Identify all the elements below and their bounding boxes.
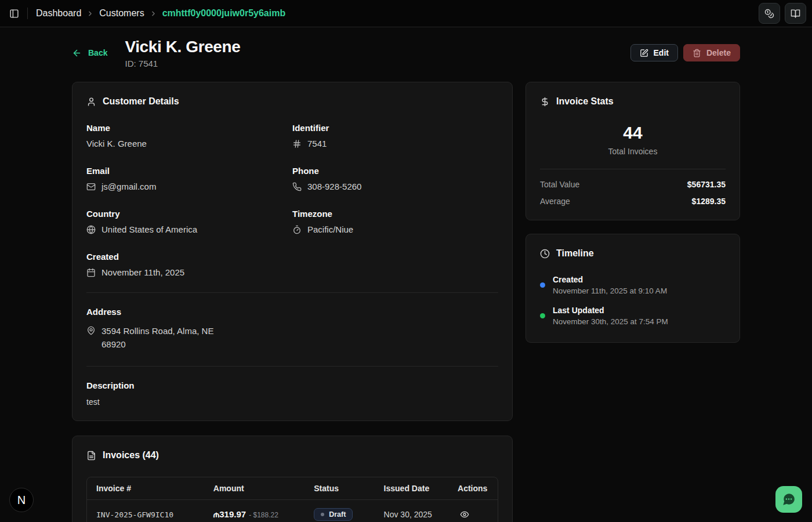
field-label: Country bbox=[86, 209, 292, 219]
timeline-title: Timeline bbox=[556, 248, 594, 259]
sidebar-toggle-button[interactable] bbox=[6, 5, 23, 22]
field-value: Vicki K. Greene bbox=[86, 139, 292, 148]
column-actions: Actions bbox=[448, 477, 498, 500]
country-value: United States of America bbox=[102, 224, 197, 234]
invoice-amount-converted: - $188.22 bbox=[249, 511, 278, 519]
field-phone: Phone 308-928-5260 bbox=[292, 166, 498, 191]
docs-button[interactable] bbox=[785, 3, 806, 24]
header-actions: Edit Delete bbox=[630, 44, 740, 61]
field-label: Created bbox=[86, 252, 292, 262]
stat-row-total-value: Total Value $56731.35 bbox=[540, 180, 726, 189]
address-value: 3594 Rollins Road, Alma, NE 68920 bbox=[102, 325, 217, 351]
customer-details-card: Customer Details Name Vicki K. Greene Id… bbox=[72, 82, 513, 421]
invoices-table: Invoice # Amount Status Issued Date Acti… bbox=[86, 477, 498, 522]
total-invoices-caption: Total Invoices bbox=[540, 147, 726, 156]
calendar-icon bbox=[86, 268, 96, 277]
column-invoice-number: Invoice # bbox=[87, 477, 204, 500]
field-label: Identifier bbox=[292, 123, 498, 133]
edit-pencil-icon bbox=[640, 49, 648, 57]
field-name: Name Vicki K. Greene bbox=[86, 123, 292, 148]
invoice-stats-card: Invoice Stats 44 Total Invoices Total Va… bbox=[525, 82, 740, 220]
average-amount: $1289.35 bbox=[692, 197, 726, 206]
invoice-date: Nov 30, 2025 bbox=[384, 510, 432, 519]
invoices-header: Invoices (44) bbox=[86, 450, 498, 461]
customer-fields: Name Vicki K. Greene Identifier 7541 bbox=[86, 123, 498, 277]
invoice-row: INV-2025-GFW9IC10 ₼319.97- $188.22 Draft… bbox=[87, 500, 498, 522]
customer-details-title: Customer Details bbox=[103, 96, 179, 107]
field-country: Country United States of America bbox=[86, 209, 292, 234]
edit-label: Edit bbox=[654, 48, 669, 57]
phone-value: 308-928-5260 bbox=[307, 182, 361, 191]
breadcrumb-dashboard[interactable]: Dashboard bbox=[36, 8, 81, 19]
invoice-stats-title: Invoice Stats bbox=[556, 96, 614, 107]
right-column: Invoice Stats 44 Total Invoices Total Va… bbox=[525, 82, 740, 343]
description-value: test bbox=[86, 397, 498, 407]
timeline-event-label: Last Updated bbox=[553, 306, 668, 315]
status-dot bbox=[321, 513, 324, 516]
field-label: Email bbox=[86, 166, 292, 176]
created-value: November 11th, 2025 bbox=[102, 267, 184, 277]
user-icon bbox=[86, 97, 96, 107]
field-value: November 11th, 2025 bbox=[86, 267, 292, 277]
field-label: Phone bbox=[292, 166, 498, 176]
timeline-event-updated: Last Updated November 30th, 2025 at 7:54… bbox=[540, 306, 726, 326]
field-value: United States of America bbox=[86, 224, 292, 234]
mail-icon bbox=[86, 182, 96, 191]
edit-button[interactable]: Edit bbox=[630, 44, 678, 61]
phone-icon bbox=[292, 182, 302, 191]
nextjs-dev-badge[interactable]: N bbox=[9, 488, 34, 512]
column-status: Status bbox=[304, 477, 374, 500]
timeline-event-created: Created November 11th, 2025 at 9:10 AM bbox=[540, 275, 726, 295]
average-label: Average bbox=[540, 197, 570, 206]
total-invoices-count: 44 bbox=[540, 123, 726, 143]
trash-icon bbox=[693, 49, 701, 57]
view-invoice-button[interactable] bbox=[458, 507, 472, 521]
column-amount: Amount bbox=[204, 477, 304, 500]
file-text-icon bbox=[86, 451, 96, 461]
globe-icon bbox=[86, 225, 96, 234]
timeline-card: Timeline Created November 11th, 2025 at … bbox=[525, 234, 740, 343]
title-block: Vicki K. Greene ID: 7541 bbox=[125, 38, 240, 68]
breadcrumb-customers[interactable]: Customers bbox=[99, 8, 144, 19]
timezone-value: Pacific/Niue bbox=[307, 224, 353, 234]
total-value-amount: $56731.35 bbox=[687, 180, 726, 189]
panel-left-icon bbox=[9, 9, 19, 19]
field-email: Email js@gmail.com bbox=[86, 166, 292, 191]
column-issued-date: Issued Date bbox=[375, 477, 448, 500]
customer-id-subtitle: ID: 7541 bbox=[125, 59, 240, 68]
timeline-dot-created bbox=[540, 282, 545, 288]
main-content: Back Vicki K. Greene ID: 7541 Edit Delet… bbox=[72, 27, 740, 522]
page-header: Back Vicki K. Greene ID: 7541 Edit Delet… bbox=[72, 37, 740, 69]
invoices-card: Invoices (44) Invoice # Amount Status Is… bbox=[72, 436, 513, 522]
field-timezone: Timezone Pacific/Niue bbox=[292, 209, 498, 234]
email-value: js@gmail.com bbox=[102, 182, 156, 191]
timeline-header: Timeline bbox=[540, 248, 726, 259]
chat-widget-button[interactable] bbox=[775, 486, 802, 513]
breadcrumb-current-customer-id: cmhttf0y0000juiw0r5y6aimb bbox=[162, 8, 286, 19]
delete-label: Delete bbox=[706, 48, 731, 57]
section-divider bbox=[86, 366, 498, 367]
left-column: Customer Details Name Vicki K. Greene Id… bbox=[72, 82, 513, 522]
field-value: Pacific/Niue bbox=[292, 224, 498, 234]
topbar: Dashboard Customers cmhttf0y0000juiw0r5y… bbox=[0, 0, 812, 27]
topbar-divider bbox=[27, 8, 28, 19]
chevron-right-icon bbox=[150, 10, 157, 17]
delete-button[interactable]: Delete bbox=[683, 44, 740, 61]
timeline-dot-updated bbox=[540, 313, 545, 318]
invoice-stats-header: Invoice Stats bbox=[540, 96, 726, 107]
field-identifier: Identifier 7541 bbox=[292, 123, 498, 148]
coins-icon bbox=[764, 9, 774, 19]
description-label: Description bbox=[86, 380, 498, 390]
book-open-icon bbox=[791, 9, 800, 19]
section-divider bbox=[86, 292, 498, 293]
invoice-number: INV-2025-GFW9IC10 bbox=[96, 510, 173, 519]
currency-settings-button[interactable] bbox=[759, 3, 780, 24]
back-button[interactable]: Back bbox=[72, 48, 107, 58]
breadcrumb: Dashboard Customers cmhttf0y0000juiw0r5y… bbox=[36, 8, 285, 19]
map-pin-icon bbox=[86, 325, 96, 335]
table-header-row: Invoice # Amount Status Issued Date Acti… bbox=[87, 477, 498, 500]
customer-details-header: Customer Details bbox=[86, 96, 498, 107]
nextjs-logo-icon: N bbox=[17, 494, 26, 507]
invoice-amount: ₼319.97 bbox=[213, 509, 246, 519]
field-value: js@gmail.com bbox=[86, 182, 292, 191]
